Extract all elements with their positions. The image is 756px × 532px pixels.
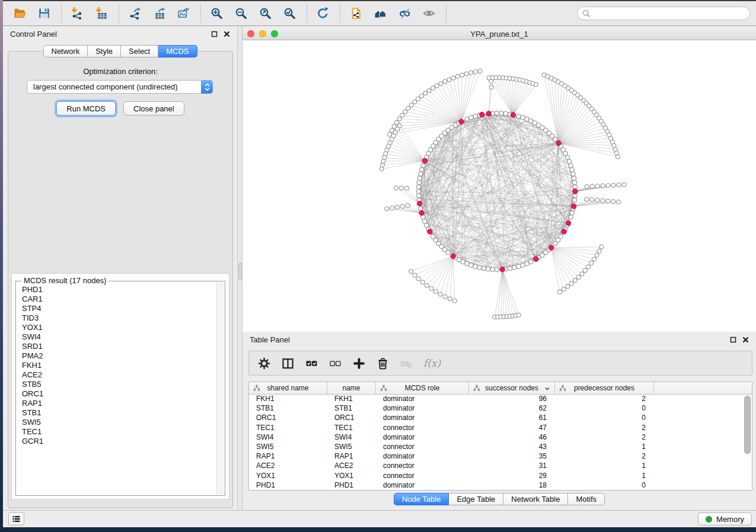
network-node[interactable] [503,111,508,116]
run-mcds-button[interactable]: Run MCDS [56,101,116,116]
network-node[interactable] [473,264,478,269]
mcds-result-item[interactable]: STB5 [22,380,216,389]
mcds-result-item[interactable]: PHD1 [22,285,216,294]
network-node[interactable] [419,172,423,177]
column-header-successor-nodes[interactable]: successor nodes [469,382,555,394]
network-node[interactable] [481,266,486,271]
leaf-node[interactable] [443,294,447,299]
dominator-node[interactable] [459,119,464,124]
add-column-button[interactable] [352,357,366,370]
mcds-result-item[interactable]: YOX1 [22,323,216,332]
network-node[interactable] [529,259,534,264]
scrollbar-track[interactable] [216,282,224,495]
leaf-node[interactable] [580,272,584,276]
leaf-node[interactable] [451,76,455,80]
leaf-node[interactable] [433,289,438,293]
zoom-in-button[interactable] [210,6,225,21]
dominator-node[interactable] [486,111,491,116]
leaf-node[interactable] [429,287,433,291]
leaf-node[interactable] [405,186,409,190]
table-row[interactable]: TEC1TEC1connector472 [249,423,752,432]
zoom-selected-button[interactable] [283,6,298,21]
leaf-node[interactable] [557,290,562,294]
leaf-node[interactable] [589,261,594,265]
leaf-node[interactable] [601,184,605,188]
leaf-node[interactable] [585,197,589,201]
leaf-node[interactable] [460,73,464,77]
leaf-node[interactable] [516,313,521,317]
function-builder-button[interactable]: f(x) [423,357,437,370]
table-row[interactable]: FKH1FKH1dominator962 [249,394,752,403]
leaf-node[interactable] [595,184,599,188]
delete-column-button[interactable] [376,357,390,370]
split-panel-button[interactable] [281,357,295,370]
column-header-MCDS-role[interactable]: MCDS role [376,382,469,394]
leaf-node[interactable] [406,203,410,207]
leaf-node[interactable] [586,265,591,269]
dominator-node[interactable] [534,257,538,261]
network-node[interactable] [486,267,490,271]
column-header-name[interactable]: name [327,382,376,394]
tab-node-table[interactable]: Node Table [394,493,449,505]
network-node[interactable] [521,116,525,120]
network-node[interactable] [416,189,421,194]
export-network-button[interactable] [128,6,143,21]
mcds-result-item[interactable]: TEC1 [22,427,216,437]
leaf-node[interactable] [403,110,407,114]
leaf-node[interactable] [427,88,431,92]
tab-network[interactable]: Network [43,45,88,57]
leaf-node[interactable] [599,245,604,249]
network-node[interactable] [446,250,451,255]
leaf-node[interactable] [455,74,460,78]
leaf-node[interactable] [592,257,596,261]
table-row[interactable]: YOX1YOX1connector291 [249,471,752,480]
zoom-window-button[interactable] [271,30,278,37]
export-table-button[interactable] [152,6,167,21]
leaf-node[interactable] [431,86,435,90]
leaf-node[interactable] [622,182,626,187]
close-panel-window-button[interactable] [223,30,230,37]
mcds-result-item[interactable]: RAP1 [22,399,216,408]
leaf-node[interactable] [617,200,621,204]
leaf-node[interactable] [447,78,451,82]
network-node[interactable] [559,235,563,239]
hide-annotations-button[interactable] [398,6,413,21]
mcds-result-item[interactable]: FKH1 [22,361,216,370]
dominator-node[interactable] [428,229,432,234]
save-session-button[interactable] [37,6,52,21]
network-node[interactable] [417,180,422,185]
network-node[interactable] [416,185,421,190]
dominator-node[interactable] [500,267,505,272]
leaf-node[interactable] [473,70,477,74]
table-row[interactable]: STB1STB1dominator620 [249,403,752,413]
network-node[interactable] [473,114,478,118]
network-node[interactable] [477,265,482,270]
leaf-node[interactable] [380,163,384,167]
leaf-node[interactable] [464,72,468,76]
leaf-node[interactable] [601,198,605,203]
leaf-node[interactable] [611,200,615,204]
dominator-node[interactable] [480,112,484,117]
leaf-node[interactable] [590,184,594,188]
scrollbar-thumb[interactable] [744,396,751,454]
network-node[interactable] [572,180,577,185]
leaf-node[interactable] [413,273,417,277]
leaf-node[interactable] [385,207,389,211]
table-row[interactable]: RAP1RAP1dominator352 [249,451,752,461]
tab-network-table[interactable]: Network Table [503,493,568,505]
tab-motifs[interactable]: Motifs [568,493,605,505]
mcds-result-item[interactable]: PMA2 [22,351,216,361]
leaf-node[interactable] [420,280,425,284]
table-row[interactable]: SWI4SWI4dominator462 [249,432,752,442]
close-window-button[interactable] [247,30,254,37]
leaf-node[interactable] [583,268,587,273]
zoom-out-button[interactable] [234,6,249,21]
network-node[interactable] [495,111,499,116]
leaf-node[interactable] [573,278,577,283]
network-node[interactable] [570,211,575,216]
mcds-result-item[interactable]: CAR1 [22,294,216,304]
table-row[interactable]: SWI5SWI5connector431 [249,442,752,451]
dominator-node[interactable] [511,113,515,117]
dominator-node[interactable] [556,141,561,146]
network-node[interactable] [508,266,512,271]
